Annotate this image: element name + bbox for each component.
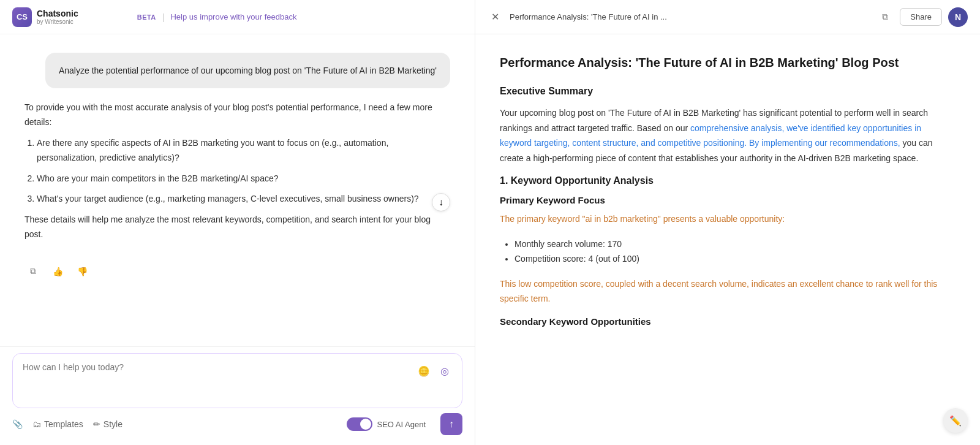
ai-question-1: Are there any specific aspects of AI in … [37,136,450,165]
right-copy-icon[interactable]: ⧉ [876,9,894,26]
competition-score: Competition score: 4 (out of 100) [514,251,956,267]
chat-area: Analyze the potential performance of our… [0,34,475,346]
seo-agent-toggle[interactable] [347,417,372,431]
doc-title: Performance Analysis: 'The Future of AI … [500,54,956,71]
logo-area: CS Chatsonic by Writesonic [12,7,78,27]
folder-icon: 🗂 [32,419,41,429]
ai-intro-text: To provide you with the most accurate an… [24,101,450,130]
logo-text: Chatsonic by Writesonic [37,9,78,25]
templates-button[interactable]: 🗂 Templates [32,419,83,429]
header-divider: | [162,12,165,22]
input-toolbar: 📎 🗂 Templates ✏ Style SEO AI Agent ↑ [12,408,462,435]
logo-avatar: CS [12,7,32,27]
copy-action-icon[interactable]: ⧉ [24,263,42,280]
right-panel-title: Performance Analysis: 'The Future of AI … [510,12,869,21]
keyword-bullets: Monthly search volume: 170 Competition s… [514,237,956,267]
scroll-down-button[interactable]: ↓ [432,193,450,211]
keyword-analysis-heading: 1. Keyword Opportunity Analysis [500,175,956,186]
executive-summary-heading: Executive Summary [500,86,956,97]
feedback-link[interactable]: Help us improve with your feedback [170,12,296,21]
primary-keyword-intro: The primary keyword "ai in b2b marketing… [500,211,956,227]
input-box: 🪙 ◎ [12,353,462,408]
monthly-search-volume: Monthly search volume: 170 [514,237,956,252]
primary-keyword-heading: Primary Keyword Focus [500,195,956,205]
app-sub: by Writesonic [37,18,78,25]
user-avatar: N [948,7,968,27]
chat-input[interactable] [23,362,452,399]
scroll-down-icon: ↓ [439,197,443,208]
ai-closing-text: These details will help me analyze the m… [24,213,450,242]
ai-question-2: Who are your main competitors in the B2B… [37,172,450,186]
edit-fab-icon: ✏️ [949,415,962,427]
message-action-bar: ⧉ 👍 👎 [24,261,450,285]
share-button[interactable]: Share [900,8,942,26]
input-area: 🪙 ◎ 📎 🗂 Templates ✏ Style SEO AI Agent ↑ [0,346,475,445]
close-button[interactable]: ✕ [488,10,502,25]
thumbs-up-icon[interactable]: 👍 [49,263,66,280]
toggle-container: SEO AI Agent [347,417,426,431]
right-content: Performance Analysis: 'The Future of AI … [475,34,980,445]
coin-icon[interactable]: 🪙 [415,362,432,379]
left-header: CS Chatsonic by Writesonic BETA | Help u… [0,0,475,34]
right-header-actions: ⧉ Share N [876,7,968,27]
input-icon-row: 🪙 ◎ [415,362,453,379]
style-icon: ✏ [93,419,100,429]
attach-icon: 📎 [12,419,23,429]
right-panel: ✕ Performance Analysis: 'The Future of A… [475,0,980,445]
left-panel: CS Chatsonic by Writesonic BETA | Help u… [0,0,475,445]
ai-questions-list: Are there any specific aspects of AI in … [37,136,450,207]
ai-question-3: What's your target audience (e.g., marke… [37,192,450,207]
send-icon: ↑ [449,419,454,430]
competition-analysis-text: This low competition score, coupled with… [500,276,956,306]
gem-icon[interactable]: ◎ [436,362,453,379]
style-label: Style [104,419,123,429]
toggle-label: SEO AI Agent [377,420,426,429]
thumbs-down-icon[interactable]: 👎 [74,263,91,280]
attach-button[interactable]: 📎 [12,419,23,429]
beta-badge: BETA [137,13,156,21]
header-center: BETA | Help us improve with your feedbac… [137,12,297,22]
edit-fab-button[interactable]: ✏️ [943,408,968,433]
right-header: ✕ Performance Analysis: 'The Future of A… [475,0,980,34]
ai-response: To provide you with the most accurate an… [24,101,450,248]
templates-label: Templates [44,419,83,429]
send-button[interactable]: ↑ [440,413,462,435]
user-message: Analyze the potential performance of our… [45,53,450,88]
style-button[interactable]: ✏ Style [93,419,123,429]
executive-summary-text: Your upcoming blog post on 'The Future o… [500,105,956,165]
app-name: Chatsonic [37,9,78,18]
secondary-keyword-heading: Secondary Keyword Opportunities [500,316,956,327]
